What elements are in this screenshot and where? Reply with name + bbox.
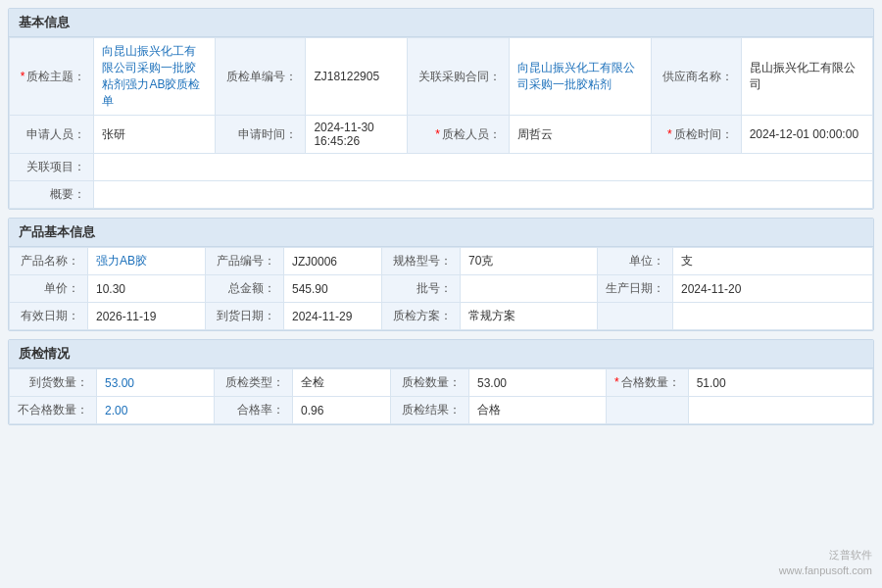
required-star: * [435, 127, 440, 141]
label-qualified-qty: *合格数量： [607, 369, 689, 397]
watermark-line2: www.fanpusoft.com [779, 564, 872, 578]
label-inspect-qty: 质检数量： [391, 369, 469, 397]
label-pass-rate: 合格率： [215, 397, 293, 424]
value-product-name: 强力AB胶 [88, 248, 206, 275]
value-apply-time: 2024-11-30 16:45:26 [306, 116, 407, 154]
label-quality-subject: *质检主题： [10, 38, 94, 116]
inspection-table: 到货数量： 53.00 质检类型： 全检 质检数量： 53.00 *合格数量： … [9, 368, 873, 424]
label-product-code: 产品编号： [206, 248, 284, 275]
value-arrived-qty: 53.00 [97, 369, 215, 397]
value-inspect-result: 合格 [469, 397, 607, 424]
required-star: * [614, 375, 619, 389]
label-purchase-contract: 关联采购合同： [407, 38, 509, 116]
value-applicant: 张研 [94, 116, 216, 154]
required-star: * [21, 70, 25, 83]
value-inspect-type: 全检 [293, 369, 391, 397]
value-price: 10.30 [88, 275, 206, 303]
label-applicant: 申请人员： [10, 116, 94, 154]
value-inspect-plan: 常规方案 [461, 303, 598, 330]
table-row: 有效日期： 2026-11-19 到货日期： 2024-11-29 质检方案： … [10, 303, 873, 330]
page-container: 基本信息 *质检主题： 向昆山振兴化工有限公司采购一批胶粘剂强力AB胶质检单 质… [0, 0, 882, 433]
label-product-name: 产品名称： [10, 248, 88, 275]
value-pass-rate: 0.96 [293, 397, 391, 424]
table-row: 申请人员： 张研 申请时间： 2024-11-30 16:45:26 *质检人员… [10, 116, 873, 154]
label-empty [598, 303, 673, 330]
value-total: 545.90 [284, 275, 382, 303]
label-inspect-plan: 质检方案： [382, 303, 461, 330]
value-spec: 70克 [461, 248, 598, 275]
table-row: 关联项目： [10, 154, 873, 181]
basic-info-table: *质检主题： 向昆山振兴化工有限公司采购一批胶粘剂强力AB胶质检单 质检单编号：… [9, 37, 873, 209]
inspection-section: 质检情况 到货数量： 53.00 质检类型： 全检 质检数量： 53.00 *合… [8, 339, 874, 425]
watermark-line1: 泛普软件 [779, 548, 872, 563]
label-empty2 [607, 397, 689, 424]
inspection-title: 质检情况 [9, 340, 873, 368]
value-inspector: 周哲云 [510, 116, 652, 154]
label-total: 总金额： [206, 275, 284, 303]
label-inspect-time: *质检时间： [651, 116, 741, 154]
value-prod-date: 2024-11-20 [673, 275, 873, 303]
required-star: * [667, 127, 672, 141]
label-unit: 单位： [598, 248, 673, 275]
value-batch [461, 275, 598, 303]
value-qualified-qty: 51.00 [688, 369, 872, 397]
value-arrival-date: 2024-11-29 [284, 303, 382, 330]
value-expire-date: 2026-11-19 [88, 303, 206, 330]
table-row: *质检主题： 向昆山振兴化工有限公司采购一批胶粘剂强力AB胶质检单 质检单编号：… [10, 38, 873, 116]
label-unqualified-qty: 不合格数量： [10, 397, 97, 424]
product-info-section: 产品基本信息 产品名称： 强力AB胶 产品编号： JZJ0006 规格型号： 7… [8, 218, 874, 331]
value-empty [673, 303, 873, 330]
basic-info-title: 基本信息 [9, 9, 873, 37]
table-row: 不合格数量： 2.00 合格率： 0.96 质检结果： 合格 [10, 397, 873, 424]
basic-info-section: 基本信息 *质检主题： 向昆山振兴化工有限公司采购一批胶粘剂强力AB胶质检单 质… [8, 8, 874, 210]
label-inspector: *质检人员： [407, 116, 509, 154]
label-prod-date: 生产日期： [598, 275, 673, 303]
label-summary: 概要： [10, 181, 94, 209]
value-supplier: 昆山振兴化工有限公司 [741, 38, 872, 116]
table-row: 单价： 10.30 总金额： 545.90 批号： 生产日期： 2024-11-… [10, 275, 873, 303]
label-spec: 规格型号： [382, 248, 461, 275]
label-expire-date: 有效日期： [10, 303, 88, 330]
label-apply-time: 申请时间： [216, 116, 306, 154]
value-purchase-contract: 向昆山振兴化工有限公司采购一批胶粘剂 [510, 38, 652, 116]
label-related-project: 关联项目： [10, 154, 94, 181]
label-inspect-type: 质检类型： [215, 369, 293, 397]
value-inspect-qty: 53.00 [469, 369, 607, 397]
value-unqualified-qty: 2.00 [97, 397, 215, 424]
value-quality-subject: 向昆山振兴化工有限公司采购一批胶粘剂强力AB胶质检单 [94, 38, 216, 116]
value-unit: 支 [673, 248, 873, 275]
product-info-title: 产品基本信息 [9, 219, 873, 247]
label-order-no: 质检单编号： [216, 38, 306, 116]
table-row: 概要： [10, 181, 873, 209]
label-batch: 批号： [382, 275, 461, 303]
label-supplier: 供应商名称： [651, 38, 741, 116]
label-arrived-qty: 到货数量： [10, 369, 97, 397]
value-inspect-time: 2024-12-01 00:00:00 [741, 116, 872, 154]
value-order-no: ZJ18122905 [306, 38, 407, 116]
label-price: 单价： [10, 275, 88, 303]
value-product-code: JZJ0006 [284, 248, 382, 275]
product-info-table: 产品名称： 强力AB胶 产品编号： JZJ0006 规格型号： 70克 单位： … [9, 247, 873, 330]
value-summary [94, 181, 873, 209]
value-empty2 [688, 397, 872, 424]
label-inspect-result: 质检结果： [391, 397, 469, 424]
value-related-project [94, 154, 873, 181]
watermark: 泛普软件 www.fanpusoft.com [779, 548, 872, 578]
table-row: 到货数量： 53.00 质检类型： 全检 质检数量： 53.00 *合格数量： … [10, 369, 873, 397]
table-row: 产品名称： 强力AB胶 产品编号： JZJ0006 规格型号： 70克 单位： … [10, 248, 873, 275]
label-arrival-date: 到货日期： [206, 303, 284, 330]
